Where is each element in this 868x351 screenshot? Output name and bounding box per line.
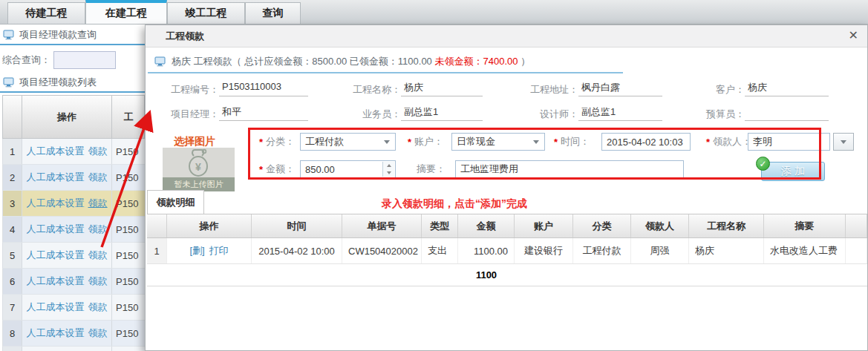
summary-text: 杨庆 工程领款（ 总计应领金额：8500.00 已领金额：1100.00 未领金… (172, 55, 530, 68)
field-project-name: 工程名称： 杨庆 (352, 79, 484, 96)
tab-payment-detail[interactable]: 领款明细 (147, 190, 204, 214)
delete-link[interactable]: [删] (189, 244, 204, 257)
detail-cell: 支出 (422, 238, 458, 263)
detail-cell: 杨庆 (689, 238, 764, 263)
choose-image-button[interactable]: 选择图片 (174, 135, 215, 148)
monitor-icon (3, 77, 15, 88)
labor-cost-setup-link[interactable]: 人工成本设置 (27, 327, 85, 340)
row-project-code: P150 (112, 165, 145, 190)
row-operations: 人工成本设置领款 (22, 165, 112, 190)
header-index (3, 96, 22, 138)
field-customer: 客户： 杨庆 (691, 79, 832, 96)
app-window: 待建工程 在建工程 竣工工程 查询 项目经理领款查询 综合查询： 项目经理领款列… (0, 0, 868, 351)
sidebar-table-row: 7人工成本设置领款P150 (2, 295, 145, 321)
labor-cost-setup-link[interactable]: 人工成本设置 (27, 171, 85, 184)
image-upload-box[interactable]: ¥ 暂未上传图片 (163, 148, 235, 191)
top-tab-bar: 待建工程 在建工程 竣工工程 查询 (0, 0, 868, 24)
row-operations: 人工成本设置领款 (22, 269, 112, 294)
annotation-hint-text: 录入领款明细，点击“添加”完成 (382, 197, 527, 211)
detail-header-cell (147, 214, 167, 237)
row-operations: 人工成本设置领款 (22, 243, 112, 268)
close-icon[interactable]: ✕ (849, 30, 858, 42)
manager-payment-table: 操作 工 1人工成本设置领款P1502人工成本设置领款P1503人工成本设置领款… (2, 95, 145, 351)
detail-cell: CW1504020002 (342, 238, 422, 263)
collect-payment-link[interactable]: 领款 (88, 197, 108, 210)
total-amount: 1100 (458, 264, 515, 286)
collect-payment-link[interactable]: 领款 (88, 301, 108, 314)
labor-cost-setup-link[interactable]: 人工成本设置 (27, 301, 85, 314)
search-input[interactable] (53, 51, 116, 69)
collect-payment-link[interactable]: 领款 (88, 145, 108, 158)
labor-cost-setup-link[interactable]: 人工成本设置 (27, 197, 85, 210)
collect-payment-link[interactable]: 领款 (88, 275, 108, 288)
dialog-titlebar: 工程领款 ✕ (146, 25, 867, 47)
detail-total-row: 1100 (147, 264, 867, 286)
chevron-down-icon (384, 140, 390, 144)
required-icon: * (408, 137, 411, 148)
row-operations: 人工成本设置领款 (22, 347, 112, 351)
list-panel-title: 项目经理领款列表 (19, 76, 97, 89)
tab-pending-projects[interactable]: 待建工程 (7, 2, 85, 24)
sidebar-table-header: 操作 工 (2, 95, 145, 139)
svg-text:¥: ¥ (195, 161, 201, 173)
payment-summary: 杨庆 工程领款（ 总计应领金额：8500.00 已领金额：1100.00 未领金… (154, 55, 530, 68)
amount-field-label: * 金额： (259, 160, 295, 178)
row-index: 5 (3, 243, 22, 268)
detail-header-cell: 分类 (573, 214, 631, 237)
row-project-code: P150 (112, 295, 145, 320)
labor-cost-setup-link[interactable]: 人工成本设置 (27, 275, 85, 288)
add-button[interactable]: 添 加 (761, 162, 825, 181)
field-designer: 设计师： 副总监1 (521, 103, 663, 121)
monitor-icon (154, 56, 166, 67)
row-index: 7 (3, 295, 22, 320)
detail-header-cell: 单据号 (342, 214, 422, 237)
category-field-label: * 分类： (259, 133, 295, 151)
labor-cost-setup-link[interactable]: 人工成本设置 (27, 249, 85, 262)
tab-completed-projects[interactable]: 竣工工程 (167, 2, 245, 24)
detail-cell: 建设银行 (515, 238, 573, 263)
payee-dropdown-button[interactable] (833, 133, 854, 151)
spinner-up-icon (387, 164, 391, 167)
amount-stepper[interactable]: 850.00 (300, 160, 396, 178)
row-project-code: P150 (112, 321, 145, 346)
spinner-down-icon (387, 171, 391, 174)
tab-query[interactable]: 查询 (245, 2, 301, 24)
field-project-address: 工程地址： 枫丹白露 (521, 79, 663, 96)
collect-payment-link[interactable]: 领款 (88, 223, 108, 236)
list-panel-header: 项目经理领款列表 (0, 73, 145, 93)
memo-input[interactable]: 工地监理费用 (455, 160, 684, 178)
labor-cost-setup-link[interactable]: 人工成本设置 (27, 145, 85, 158)
collect-payment-link[interactable]: 领款 (88, 327, 108, 340)
detail-header-cell (846, 214, 867, 237)
row-operations: 人工成本设置领款 (22, 139, 112, 164)
chevron-down-icon (533, 140, 539, 144)
category-select[interactable]: 工程付款 (300, 133, 396, 151)
row-index: 2 (3, 165, 22, 190)
payment-detail-table: 操作时间单据号类型金额账户分类领款人工程名称摘要 1[删]打印2015-04-0… (147, 214, 867, 286)
check-circle-icon: ✓ (756, 157, 770, 171)
account-select[interactable]: 日常现金 (451, 133, 545, 151)
amount-spinner[interactable] (382, 162, 394, 177)
row-project-code: P150 (112, 217, 145, 242)
row-operations: 人工成本设置领款 (22, 321, 112, 346)
collect-payment-link[interactable]: 领款 (88, 171, 108, 184)
account-field-label: * 账户： (408, 133, 443, 151)
print-link[interactable]: 打印 (209, 244, 229, 257)
time-input[interactable]: 2015-04-02 10:03 (601, 133, 691, 151)
collect-payment-link[interactable]: 领款 (88, 249, 108, 262)
labor-cost-setup-link[interactable]: 人工成本设置 (27, 223, 85, 236)
row-operations: [删]打印 (167, 238, 252, 263)
detail-cell: 2015-04-02 10:00 (252, 238, 342, 263)
tab-in-progress-projects[interactable]: 在建工程 (85, 0, 167, 24)
project-payment-dialog: 工程领款 ✕ 杨庆 工程领款（ 总计应领金额：8500.00 已领金额：1100… (145, 24, 868, 351)
detail-cell: 1100.00 (458, 238, 515, 263)
row-index: 9 (3, 347, 22, 351)
required-icon: * (259, 137, 263, 148)
detail-table-row: 1[删]打印2015-04-02 10:00CW1504020002支出1100… (147, 238, 867, 264)
sidebar-table-body: 1人工成本设置领款P1502人工成本设置领款P1503人工成本设置领款P1504… (2, 139, 145, 351)
row-project-code: P150 (112, 243, 145, 268)
sidebar-table-row: 1人工成本设置领款P150 (2, 139, 145, 165)
row-operations: 人工成本设置领款 (22, 295, 112, 320)
payee-combo-input[interactable]: 李明 (748, 133, 830, 151)
sidebar-table-row: 4人工成本设置领款P150 (2, 217, 145, 243)
